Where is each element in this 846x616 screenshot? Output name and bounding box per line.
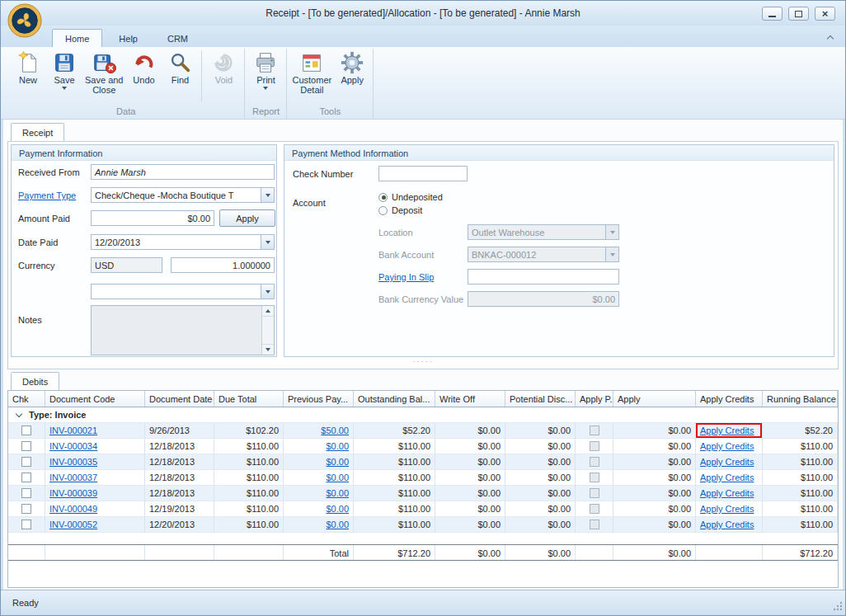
footer-cell-code	[45, 545, 145, 560]
notes-input[interactable]	[91, 305, 275, 355]
column-header-write-off[interactable]: Write Off	[435, 391, 505, 407]
document-code-link[interactable]: INV-000034	[49, 441, 97, 451]
minimize-button[interactable]	[762, 7, 783, 21]
ribbon-button-new[interactable]: New	[10, 49, 46, 85]
dropdown-arrow-icon[interactable]	[261, 235, 274, 249]
notes-scrollbar[interactable]	[261, 306, 274, 355]
apply-icon	[340, 50, 364, 75]
row-checkbox[interactable]	[21, 426, 31, 435]
row-checkbox[interactable]	[21, 520, 31, 529]
column-header-chk[interactable]: Chk	[8, 391, 45, 407]
collapse-group-icon[interactable]	[16, 410, 22, 416]
table-row-inv-000037[interactable]: INV-00003712/18/2013$110.00$0.00$110.00$…	[8, 470, 838, 486]
scroll-down-button[interactable]	[262, 344, 274, 355]
column-header-running-balance[interactable]: Running Balance	[763, 391, 838, 407]
apply-credits-link[interactable]: Apply Credits	[700, 441, 754, 451]
splitter-handle[interactable]: ·····	[8, 357, 838, 365]
tab-debits[interactable]: Debits	[11, 372, 59, 390]
ribbon-tab-crm[interactable]: CRM	[154, 29, 201, 47]
tab-receipt[interactable]: Receipt	[11, 123, 64, 141]
column-header-outstanding-bal[interactable]: Outstanding Bal...	[354, 391, 435, 407]
ribbon-button-find[interactable]: Find	[162, 49, 198, 85]
apply-credits-link[interactable]: Apply Credits	[700, 473, 754, 482]
cell-code: INV-000021	[45, 423, 145, 439]
ribbon-button-customer-detail[interactable]: CustomerDetail	[289, 49, 334, 95]
column-header-document-code[interactable]: Document Code	[45, 391, 145, 407]
table-row-inv-000052[interactable]: INV-00005212/20/2013$110.00$0.00$110.00$…	[8, 517, 838, 533]
table-row-inv-000034[interactable]: INV-00003412/18/2013$110.00$0.00$110.00$…	[8, 439, 838, 454]
document-code-link[interactable]: INV-000052	[49, 520, 97, 529]
column-header-due-total[interactable]: Due Total	[214, 391, 284, 407]
received-from-input[interactable]: Annie Marsh	[91, 164, 275, 180]
group-row-type-invoice[interactable]: Type: Invoice	[8, 407, 838, 423]
find-icon	[167, 50, 192, 75]
ribbon-button-apply[interactable]: Apply	[334, 49, 370, 85]
exchange-rate-input[interactable]: 1.000000	[171, 257, 275, 273]
paying-in-slip-input[interactable]	[468, 269, 619, 284]
document-code-link[interactable]: INV-000021	[49, 426, 97, 435]
apply-credits-link[interactable]: Apply Credits	[700, 426, 754, 435]
table-row-inv-000021[interactable]: INV-0000219/26/2013$102.20$50.00$52.20$0…	[8, 423, 838, 439]
cell-running: $52.20	[763, 423, 838, 439]
apply-credits-link[interactable]: Apply Credits	[700, 520, 754, 529]
apply-credits-link[interactable]: Apply Credits	[700, 457, 754, 467]
maximize-button[interactable]	[788, 7, 809, 21]
previous-payment-link[interactable]: $50.00	[321, 426, 349, 435]
document-code-link[interactable]: INV-000049	[49, 504, 97, 514]
table-row-inv-000049[interactable]: INV-00004912/19/2013$110.00$0.00$110.00$…	[8, 501, 838, 517]
column-header-apply-p[interactable]: Apply P...	[576, 391, 613, 407]
document-code-link[interactable]: INV-000035	[49, 457, 97, 467]
date-paid-select[interactable]: 12/20/2013	[91, 234, 275, 250]
ribbon-tab-home[interactable]: Home	[52, 29, 102, 47]
dropdown-arrow-icon[interactable]	[261, 284, 274, 299]
row-checkbox[interactable]	[21, 441, 31, 451]
row-checkbox[interactable]	[21, 473, 31, 482]
row-checkbox[interactable]	[21, 504, 31, 514]
row-checkbox[interactable]	[21, 457, 31, 467]
previous-payment-link[interactable]: $0.00	[326, 520, 349, 529]
ribbon-tab-help[interactable]: Help	[106, 29, 151, 47]
column-header-document-date[interactable]: Document Date	[145, 391, 214, 407]
apply-credits-link[interactable]: Apply Credits	[700, 488, 754, 498]
radio-icon	[378, 193, 388, 202]
document-code-link[interactable]: INV-000039	[49, 488, 97, 498]
apply-credits-link[interactable]: Apply Credits	[700, 504, 754, 514]
radio-undeposited[interactable]: Undeposited	[378, 192, 443, 202]
row-checkbox[interactable]	[21, 488, 31, 498]
column-header-apply[interactable]: Apply	[613, 391, 696, 407]
table-row-inv-000035[interactable]: INV-00003512/18/2013$110.00$0.00$110.00$…	[8, 454, 838, 470]
cell-outstanding: $110.00	[354, 454, 435, 470]
ribbon-button-print[interactable]: Print	[247, 49, 284, 90]
column-header-potential-disc[interactable]: Potential Disc...	[505, 391, 576, 407]
radio-deposit[interactable]: Deposit	[378, 205, 422, 215]
document-code-link[interactable]: INV-000037	[49, 473, 97, 482]
previous-payment-link[interactable]: $0.00	[326, 473, 349, 482]
ribbon-collapse-button[interactable]	[824, 31, 837, 44]
scroll-up-button[interactable]	[262, 306, 274, 317]
check-number-input[interactable]	[378, 166, 468, 181]
ribbon-button-save[interactable]: Save	[46, 49, 82, 90]
dropdown-arrow-icon[interactable]	[261, 188, 274, 202]
previous-payment-link[interactable]: $0.00	[326, 488, 349, 498]
ribbon-group-report: PrintReport	[245, 49, 287, 119]
payment-type-link[interactable]: Payment Type	[18, 190, 76, 200]
payment-type-select[interactable]: Check/Cheque -Mocha Boutique T	[91, 187, 275, 203]
table-row-inv-000039[interactable]: INV-00003912/18/2013$110.00$0.00$110.00$…	[8, 486, 838, 501]
column-header-previous-pay[interactable]: Previous Pay...	[284, 391, 354, 407]
column-header-apply-credits[interactable]: Apply Credits	[696, 391, 763, 407]
currency-code-input[interactable]: USD	[91, 257, 162, 273]
apply-partial-checkbox	[590, 426, 599, 435]
previous-payment-link[interactable]: $0.00	[326, 441, 349, 451]
close-button[interactable]: ×	[815, 7, 835, 21]
ribbon-button-save-and-close[interactable]: Save andClose	[82, 49, 125, 95]
amount-paid-input[interactable]: $0.00	[91, 210, 214, 226]
paying-in-slip-link[interactable]: Paying In Slip	[378, 272, 434, 282]
secondary-currency-select[interactable]	[91, 284, 275, 299]
footer-cell-running: $712.20	[763, 545, 838, 560]
ribbon-button-undo[interactable]: Undo	[125, 49, 162, 85]
previous-payment-link[interactable]: $0.00	[326, 504, 349, 514]
previous-payment-link[interactable]: $0.00	[326, 457, 349, 467]
apply-payment-button[interactable]: Apply	[219, 209, 275, 227]
ribbon-tabs: HomeHelpCRM	[52, 29, 204, 47]
resize-grip[interactable]	[833, 601, 843, 613]
